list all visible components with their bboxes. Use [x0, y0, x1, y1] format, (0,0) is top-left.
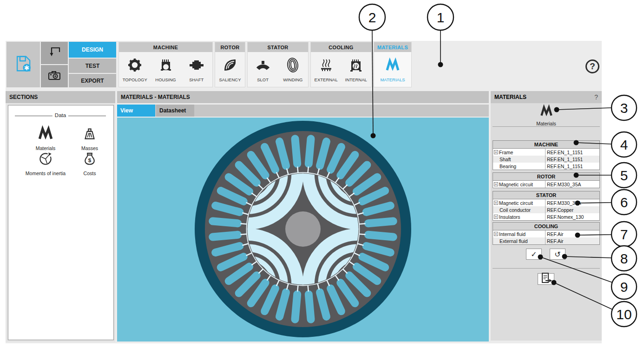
row-label[interactable]: Magnetic circuit — [493, 199, 545, 206]
winding-icon — [285, 57, 301, 75]
materials-icon — [539, 104, 553, 120]
toolbar-item-label: EXTERNAL — [315, 77, 338, 82]
toolbar-group-cooling: COOLING — [310, 42, 372, 87]
housing-icon — [158, 57, 174, 75]
row-value[interactable]: REF.EN_1_1151 — [545, 157, 599, 162]
stator-materials-table: STATOR Magnetic circuit REF.M330_35A Coi… — [493, 191, 600, 221]
svg-text:$: $ — [88, 157, 92, 163]
table-row: External fluid REF.Air — [493, 237, 599, 244]
callout-number-5: 5 — [620, 168, 628, 183]
row-label[interactable]: Magnetic circuit — [493, 181, 545, 188]
row-value[interactable]: REF.Air — [545, 238, 599, 244]
toolbar-item-external[interactable]: EXTERNAL — [311, 57, 341, 82]
row-value[interactable]: REF.EN_1_1151 — [545, 150, 599, 155]
selected-section-label: Materials — [536, 121, 556, 126]
tab-datasheet[interactable]: Datasheet — [156, 105, 194, 117]
export-report-button[interactable] — [538, 273, 554, 285]
undo-button[interactable] — [41, 42, 68, 64]
row-value[interactable]: REF.Air — [545, 231, 599, 237]
callout-circle-1 — [427, 4, 453, 30]
toolbar-item-housing[interactable]: HOUSING — [151, 57, 181, 82]
callout-number-3: 3 — [620, 100, 628, 116]
expand-icon[interactable] — [494, 201, 498, 205]
data-group-label: Data — [53, 112, 68, 118]
application-window: DESIGN TEST EXPORT MACHINE — [0, 0, 644, 348]
main-view-title: MATERIALS - MATERIALS — [117, 91, 489, 103]
shaft-icon — [189, 57, 204, 75]
callout-number-7: 7 — [620, 227, 628, 242]
row-value[interactable]: REF.Copper — [545, 207, 599, 213]
apply-button[interactable]: ✓ — [526, 249, 542, 260]
toolbar-item-shaft[interactable]: SHAFT — [182, 57, 211, 82]
row-label[interactable]: External fluid — [493, 237, 545, 244]
gear-icon — [127, 57, 143, 75]
row-label[interactable]: Insulators — [493, 213, 545, 220]
table-row: Shaft REF.EN_1_1151 — [493, 156, 599, 163]
table-row: Bearing REF.EN_1_1151 — [493, 163, 599, 170]
undo-arrow-icon — [46, 44, 62, 62]
toolbar-item-materials[interactable]: MATERIALS — [378, 57, 407, 82]
help-button[interactable]: ? — [585, 59, 599, 73]
tab-export[interactable]: EXPORT — [69, 74, 116, 87]
money-bag-icon: $ — [81, 150, 98, 169]
expand-icon[interactable] — [494, 232, 498, 236]
callout-circle-4 — [611, 132, 637, 157]
tab-test[interactable]: TEST — [69, 59, 116, 73]
toolbar-item-label: SLOT — [257, 77, 269, 82]
panel-help-icon[interactable]: ? — [594, 93, 598, 101]
toolbar-item-slot[interactable]: SLOT — [248, 57, 278, 82]
callout-circle-3 — [611, 95, 637, 120]
tab-design[interactable]: DESIGN — [69, 42, 116, 58]
expand-icon[interactable] — [494, 150, 498, 154]
callout-number-10: 10 — [616, 307, 631, 322]
section-item-moments-of-inertia[interactable]: Moments of inertia — [13, 150, 78, 176]
section-item-materials[interactable]: Materials — [20, 125, 71, 151]
row-value[interactable]: REF.M330_35A — [545, 200, 599, 206]
motor-cross-section-drawing — [117, 118, 489, 341]
row-label[interactable]: Coil conductor — [493, 206, 545, 213]
group-header-materials: MATERIALS — [374, 42, 411, 52]
selected-section-block: Materials — [491, 104, 602, 125]
toolbar-item-winding[interactable]: WINDING — [278, 57, 308, 82]
section-item-label: Costs — [84, 171, 96, 176]
group-header-cooling: COOLING — [311, 42, 371, 52]
table-row: Coil conductor REF.Copper — [493, 206, 599, 213]
expand-icon[interactable] — [494, 182, 498, 186]
toolbar-item-internal[interactable]: INTERNAL — [341, 57, 371, 82]
materials-icon — [37, 125, 54, 144]
camera-icon — [46, 67, 62, 85]
table-header-rotor: ROTOR — [493, 173, 599, 181]
table-header-cooling: COOLING — [493, 223, 599, 230]
toolbar-item-label: WINDING — [283, 77, 302, 82]
row-value[interactable]: REF.EN_1_1151 — [545, 164, 599, 169]
row-label[interactable]: Internal fluid — [493, 230, 545, 237]
row-label[interactable]: Frame — [493, 149, 545, 156]
section-item-masses[interactable]: Masses — [69, 125, 111, 151]
save-icon — [14, 54, 33, 75]
slot-icon — [255, 57, 271, 75]
screenshot-button[interactable] — [41, 65, 68, 87]
row-value[interactable]: REF.Nomex_130 — [545, 214, 599, 220]
materials-icon — [385, 57, 401, 75]
tab-view[interactable]: View — [117, 105, 155, 117]
section-item-costs[interactable]: $ Costs — [69, 150, 111, 176]
callout-number-8: 8 — [620, 251, 628, 266]
panel-divider — [493, 268, 600, 269]
row-label[interactable]: Shaft — [493, 156, 545, 163]
restore-button[interactable]: ↺ — [550, 249, 565, 260]
motor-cross-section-view[interactable] — [117, 118, 489, 341]
sections-data-box: Data Materials — [8, 105, 114, 340]
toolbar-item-saliency[interactable]: SALIENCY — [215, 57, 245, 82]
inertia-icon — [37, 150, 54, 169]
toolbar-item-label: SALIENCY — [219, 77, 241, 82]
toolbar-item-label: INTERNAL — [345, 77, 367, 82]
callout-number-1: 1 — [437, 10, 445, 25]
external-cooling-icon — [318, 57, 334, 75]
save-button[interactable] — [7, 42, 40, 87]
toolbar-group-stator: STATOR SLOT — [247, 42, 309, 87]
row-value[interactable]: REF.M330_35A — [545, 182, 599, 187]
weight-icon — [81, 125, 98, 144]
row-label[interactable]: Bearing — [493, 163, 545, 170]
toolbar-item-topology[interactable]: TOPOLOGY — [120, 57, 150, 82]
expand-icon[interactable] — [494, 215, 498, 219]
